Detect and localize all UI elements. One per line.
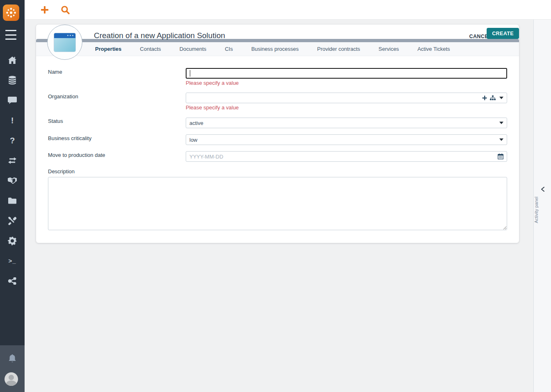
business-criticality-caret-down-icon (499, 138, 503, 141)
search-icon[interactable] (61, 5, 70, 14)
tab-documents[interactable]: Documents (180, 46, 207, 52)
calendar-icon[interactable] (498, 154, 503, 159)
create-button[interactable]: CREATE (487, 28, 519, 39)
object-creation-card: Creation of a new Application Solution C… (36, 25, 519, 243)
terminal-icon[interactable]: >_ (7, 256, 17, 265)
question-icon[interactable]: ? (7, 136, 17, 145)
organization-label: Organization (48, 93, 78, 100)
application-solution-icon (54, 33, 75, 52)
add-organization-plus-icon[interactable] (482, 95, 487, 100)
home-icon[interactable] (7, 56, 17, 65)
description-textarea[interactable] (48, 177, 507, 230)
chevron-left-icon[interactable] (534, 186, 551, 195)
gear-icon[interactable] (7, 236, 17, 245)
activity-panel-strip: Activity panel (533, 20, 551, 392)
handshake-icon[interactable] (7, 176, 17, 185)
sidebar-bottom-section (0, 345, 25, 392)
swap-arrows-icon[interactable] (7, 156, 17, 165)
text-caret (190, 70, 190, 77)
organization-input[interactable] (186, 93, 507, 103)
avatar-head (9, 375, 14, 380)
tab-contacts[interactable]: Contacts (140, 46, 161, 52)
tab-active-tickets[interactable]: Active Tickets (417, 46, 450, 52)
tab-properties[interactable]: Properties (95, 46, 121, 52)
status-caret-down-icon (499, 122, 503, 124)
name-error: Please specify a value (186, 80, 239, 86)
tab-cis[interactable]: CIs (225, 46, 233, 52)
comment-icon[interactable] (7, 96, 17, 105)
business-criticality-label: Business criticality (48, 135, 91, 141)
tab-provider-contracts[interactable]: Provider contracts (317, 46, 360, 52)
organization-error: Please specify a value (186, 104, 239, 111)
name-label: Name (48, 69, 62, 75)
notifications-bell-icon[interactable] (0, 354, 25, 364)
status-value: active (189, 120, 203, 126)
user-avatar[interactable] (5, 372, 18, 386)
tab-bar: Properties Contacts Documents CIs Busine… (36, 42, 519, 56)
move-to-production-date-input[interactable]: YYYY-MM-DD (186, 151, 507, 162)
exclamation-icon[interactable]: ! (7, 116, 17, 125)
date-placeholder: YYYY-MM-DD (189, 154, 223, 160)
itop-logo[interactable] (3, 5, 19, 21)
share-icon[interactable] (7, 276, 17, 286)
tab-services[interactable]: Services (378, 46, 399, 52)
database-icon[interactable] (7, 76, 17, 85)
page-title: Creation of a new Application Solution (94, 31, 225, 40)
topbar (25, 0, 551, 20)
tools-icon[interactable] (7, 216, 17, 225)
class-medallion (47, 25, 82, 60)
business-criticality-value: low (189, 137, 198, 143)
description-label: Description (48, 168, 75, 174)
activity-panel-label[interactable]: Activity panel (534, 197, 551, 223)
organization-caret-down-icon[interactable] (499, 97, 503, 99)
sidebar: ! ? >_ (0, 0, 25, 392)
tab-business-processes[interactable]: Business processes (251, 46, 299, 52)
sitemap-hierarchy-icon[interactable] (490, 95, 496, 100)
sidebar-nav: ! ? >_ (0, 56, 25, 286)
move-to-production-date-label: Move to production date (48, 152, 105, 158)
status-label: Status (48, 118, 63, 124)
business-criticality-select[interactable]: low (186, 134, 507, 145)
name-input[interactable] (186, 68, 507, 79)
quick-create-plus-icon[interactable] (40, 5, 49, 14)
status-select[interactable]: active (186, 118, 507, 128)
folder-icon[interactable] (7, 196, 17, 205)
menu-toggle-icon[interactable] (5, 30, 16, 40)
itop-logo-icon (5, 7, 17, 19)
avatar-body (6, 381, 16, 386)
